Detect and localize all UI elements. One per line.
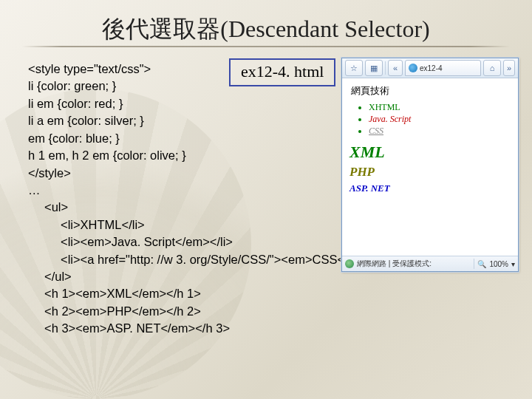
page-list: XHTML Java. Script CSS: [349, 102, 511, 137]
code-line: <h 3><em>ASP. NET</em></h 3>: [28, 320, 517, 337]
browser-statusbar: 網際網路 | 受保護模式: 🔍 100% ▾: [342, 256, 518, 271]
code-line: <h 2><em>PHP</em></h 2>: [28, 303, 517, 320]
status-separator: [474, 259, 474, 269]
tab-list-button[interactable]: «: [388, 60, 403, 76]
ie-icon: [409, 64, 417, 72]
browser-tab[interactable]: ex12-4: [405, 60, 481, 76]
toolbar-more-button[interactable]: »: [503, 60, 515, 76]
page-h3: ASP. NET: [349, 183, 511, 194]
dropdown-icon[interactable]: ▾: [511, 260, 515, 268]
page-h2: PHP: [349, 165, 511, 180]
chevron-right-icon: »: [507, 64, 511, 72]
list-item: XHTML: [369, 102, 511, 113]
page-h1: XML: [349, 143, 511, 162]
list-item-link[interactable]: CSS: [369, 126, 383, 136]
home-button[interactable]: ⌂: [483, 60, 501, 76]
status-zoom[interactable]: 100%: [489, 260, 508, 268]
list-item: CSS: [369, 126, 511, 137]
code-line: <h 1><em>XML</em></h 1>: [28, 285, 517, 302]
globe-icon: [345, 259, 354, 268]
favorites-button[interactable]: ☆: [345, 60, 363, 76]
feeds-button[interactable]: ▦: [365, 60, 383, 76]
tab-title: ex12-4: [420, 64, 443, 72]
grid-icon: ▦: [370, 64, 378, 73]
browser-toolbar: ☆ ▦ « ex12-4 ⌂ »: [342, 58, 518, 78]
list-item: Java. Script: [369, 114, 511, 125]
list-item-em: Java. Script: [369, 114, 411, 124]
page-heading: 網頁技術: [351, 84, 511, 98]
status-zone: 網際網路 | 受保護模式:: [357, 259, 432, 269]
filename-label: ex12-4. html: [229, 58, 335, 86]
star-icon: ☆: [350, 64, 358, 73]
home-icon: ⌂: [490, 64, 495, 72]
title-underline: [22, 46, 510, 47]
browser-viewport: 網頁技術 XHTML Java. Script CSS XML PHP ASP.…: [342, 78, 518, 202]
zoom-icon: 🔍: [477, 260, 486, 268]
toolbar-separator: [385, 61, 386, 75]
chevron-left-icon: «: [393, 64, 398, 72]
browser-preview: ☆ ▦ « ex12-4 ⌂ » 網頁技術 XHTML Java. Script…: [341, 58, 519, 272]
slide-title: 後代選取器(Descendant Selector): [0, 13, 532, 46]
